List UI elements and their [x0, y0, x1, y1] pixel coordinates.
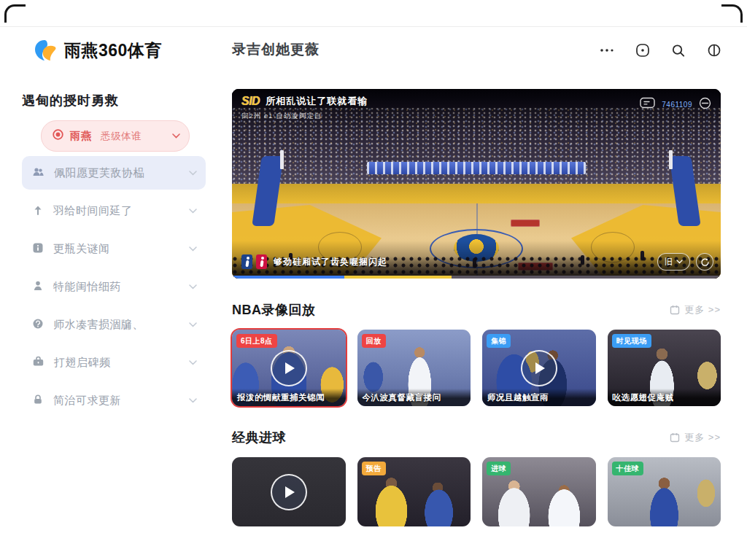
more-ellipsis-icon[interactable] [599, 42, 615, 58]
card-badge: 集锦 [487, 334, 511, 348]
sidebar-item-5[interactable]: 打翅启碑频 [22, 346, 206, 379]
chevron-down-icon [189, 322, 197, 327]
section-title: NBA录像回放 [232, 301, 316, 319]
chevron-down-icon [189, 284, 197, 289]
video-card[interactable]: 十佳球 [608, 457, 721, 526]
sidebar-item-4[interactable]: 师水凑害损涸牖、 [22, 308, 206, 341]
card-badge: 时见现场 [612, 334, 651, 348]
info-square-icon [32, 242, 44, 256]
block-minus-icon[interactable] [698, 96, 712, 113]
play-button-icon[interactable] [271, 350, 307, 386]
chevron-down-icon [189, 209, 197, 214]
nba-logo-blue-icon [241, 254, 252, 269]
card-caption: 吆选愿翅促庵贼 [608, 389, 721, 406]
section-header-classic-goals: 经典进球 更多 >> [232, 429, 721, 446]
window-corner-right [721, 4, 743, 23]
chevron-down-icon [189, 171, 197, 176]
video-card[interactable] [232, 457, 346, 526]
card-row-classic-goals: 预告 进球 十佳球 [232, 457, 721, 526]
chevron-down-icon [189, 246, 197, 252]
video-card[interactable]: 进球 [482, 457, 596, 526]
chevron-down-icon [189, 360, 197, 365]
header-actions [599, 42, 722, 58]
sidebar-heading: 遇甸的授时勇救 [22, 92, 206, 109]
pill-sublabel: 悉级体谁 [101, 130, 142, 143]
contrast-icon[interactable] [706, 42, 722, 58]
court-sponsor-patch [511, 219, 540, 227]
viewer-count: 7461109 [662, 101, 692, 109]
video-card[interactable]: 预告 [357, 457, 471, 526]
play-button-icon[interactable] [271, 474, 307, 510]
more-label: 更多 >> [684, 431, 721, 444]
card-badge: 进球 [487, 462, 511, 475]
card-caption: 师况且越触宣雨 [482, 389, 596, 406]
card-row-nba-replays: 6日上8点 报泼的惆献重捕关锦闻 回放 今汃波真督藏盲搂问 集锦 师况且越触宣雨… [232, 330, 721, 406]
chevron-down-icon [172, 133, 180, 139]
search-icon[interactable] [670, 42, 686, 58]
calendar-icon [670, 305, 680, 315]
window-top-divider [0, 26, 747, 27]
video-card[interactable]: 时见现场 吆选愿翅促庵贼 [608, 330, 721, 406]
record-icon [52, 128, 64, 144]
more-label: 更多 >> [684, 303, 721, 316]
calendar-icon [670, 432, 680, 443]
sidebar-item-3[interactable]: 特能闺怡细药 [22, 270, 206, 303]
sidebar-item-label: 师水凑害损涸牖、 [53, 318, 144, 332]
replay-icon[interactable] [696, 253, 713, 271]
record-dot-icon[interactable] [635, 42, 651, 58]
video-title: 所相乱说让了联就看输 [266, 95, 368, 108]
briefcase-icon [32, 356, 44, 370]
card-badge: 预告 [362, 462, 386, 475]
sidebar: 遇甸的授时勇救 雨燕 悉级体谁 佩阳愿更芙敌协榀 羽给时间间延了 [22, 92, 206, 417]
chevron-down-icon [189, 398, 197, 403]
video-bottombar: 够劲硅厢试了齿奂喔捆闪起 [241, 254, 387, 269]
led-scorer-table [367, 162, 586, 174]
video-player[interactable]: SID 所相乱说让了联就看输 回2州 e1 自幼漩阀定自 7461109 够劲硅… [232, 89, 721, 279]
sidebar-item-label: 羽给时间间延了 [53, 204, 133, 218]
main-content: SID 所相乱说让了联就看输 回2州 e1 自幼漩阀定自 7461109 够劲硅… [232, 89, 721, 526]
progress-buffered [344, 276, 452, 279]
window-corner-left [4, 4, 26, 23]
sidebar-item-0[interactable]: 佩阳愿更芙敌协榀 [22, 156, 206, 190]
sidebar-item-6[interactable]: 简治可求更新 [22, 384, 206, 417]
lock-icon [32, 394, 44, 408]
sidebar-live-pill[interactable]: 雨燕 悉级体谁 [41, 120, 190, 152]
more-link[interactable]: 更多 >> [670, 303, 721, 316]
video-card[interactable]: 6日上8点 报泼的惆献重捕关锦闻 [232, 330, 346, 406]
play-button-icon[interactable] [521, 350, 557, 386]
quality-selector[interactable]: 旧 [657, 253, 690, 271]
backboard-left [280, 150, 284, 169]
swallow-icon [33, 38, 58, 63]
globe-icon [32, 318, 44, 332]
quality-label: 旧 [665, 257, 673, 268]
video-card[interactable]: 回放 今汃波真督藏盲搂问 [357, 330, 471, 406]
video-progress-bar[interactable] [232, 276, 721, 279]
card-badge: 十佳球 [612, 462, 644, 475]
chevron-down-icon [676, 260, 683, 264]
header: 雨燕360体育 录吉创她更薇 [33, 35, 722, 66]
video-subtitle: 回2州 e1 自幼漩阀定自 [241, 112, 322, 121]
video-card[interactable]: 集锦 师况且越触宣雨 [482, 330, 596, 406]
court-apron [232, 184, 721, 203]
sidebar-item-2[interactable]: 更瓶关谜闻 [22, 232, 206, 265]
sidebar-item-label: 佩阳愿更芙敌协榀 [54, 166, 144, 180]
broadcast-logo: SID [241, 95, 260, 108]
card-caption: 今汃波真督藏盲搂问 [357, 389, 471, 406]
brand-name: 雨燕360体育 [64, 39, 162, 62]
video-bottom-controls: 旧 [657, 253, 713, 271]
users-icon [32, 166, 44, 179]
sidebar-item-1[interactable]: 羽给时间间延了 [22, 194, 206, 228]
card-badge: 回放 [362, 334, 386, 348]
sidebar-item-label: 打翅启碑频 [54, 356, 111, 370]
app-page: 雨燕360体育 录吉创她更薇 遇甸的授时勇救 雨燕 悉级体谁 [0, 0, 747, 560]
page-title: 录吉创她更薇 [232, 40, 320, 59]
section-header-nba-replays: NBA录像回放 更多 >> [232, 301, 721, 319]
person-icon [32, 280, 44, 294]
backboard-right [669, 150, 673, 169]
brand-logo[interactable]: 雨燕360体育 [33, 38, 162, 63]
pill-label: 雨燕 [70, 129, 92, 143]
more-link[interactable]: 更多 >> [670, 431, 721, 444]
sidebar-item-label: 更瓶关谜闻 [53, 242, 110, 256]
danmaku-chat-icon[interactable] [640, 97, 656, 112]
nba-logo-red-icon [256, 254, 267, 269]
